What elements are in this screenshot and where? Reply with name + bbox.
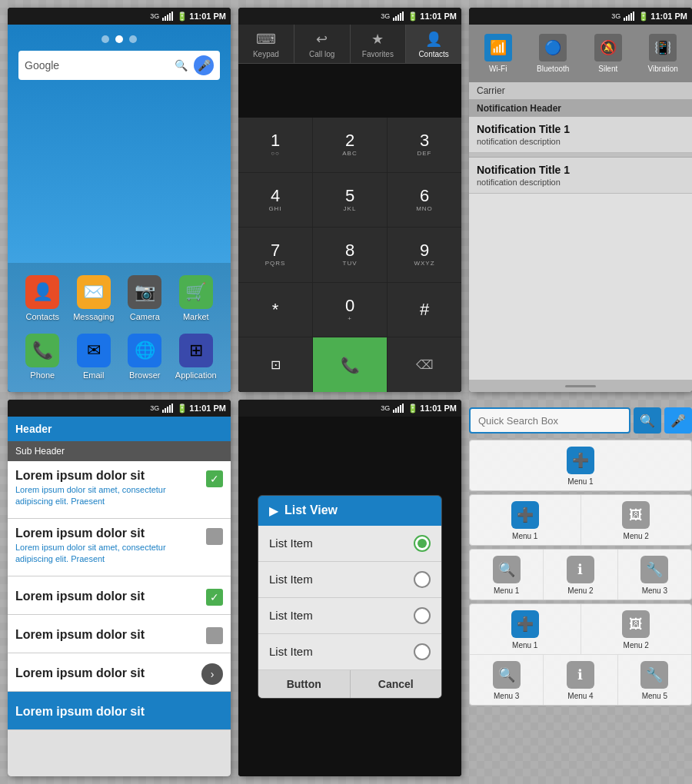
signal-bars-2 <box>393 12 404 21</box>
dialog-buttons: Button Cancel <box>258 670 441 698</box>
app-email[interactable]: ✉ Email <box>70 329 118 384</box>
key-3[interactable]: 3 DEF <box>388 118 461 172</box>
list-row-5[interactable]: Lorem ipsum dolor sit › <box>8 653 231 692</box>
status-bar-2: 3G 🔋 11:01 PM <box>238 8 461 25</box>
app-market[interactable]: 🛒 Market <box>172 271 221 326</box>
radio-4[interactable] <box>414 643 431 660</box>
arrow-button-5[interactable]: › <box>201 663 223 685</box>
notification-1[interactable]: Notification Title 1 notification descri… <box>469 117 692 153</box>
menu-4-1-icon: ➕ <box>511 610 539 638</box>
key-8[interactable]: 8 TUV <box>313 228 387 282</box>
list-row-2[interactable]: Lorem ipsum dolor sit Lorem ipsum dolor … <box>8 519 231 576</box>
menu-item-3-1[interactable]: 🔍 Menu 1 <box>470 550 544 600</box>
menu-item-3-2[interactable]: ℹ Menu 2 <box>544 550 617 600</box>
signal-icons-1: 3G 🔋 11:01 PM <box>150 12 226 22</box>
dialog-cancel-button[interactable]: Cancel <box>351 670 442 698</box>
tab-contacts[interactable]: 👤 Contacts <box>406 25 461 63</box>
wifi-label: Wi-Fi <box>489 65 507 73</box>
menu-item-4-2[interactable]: 🖼 Menu 2 <box>581 604 692 654</box>
qs-silent[interactable]: 🔕 Silent <box>582 31 634 76</box>
tab-keypad[interactable]: ⌨ Keypad <box>238 25 294 63</box>
key-voicemail[interactable]: ⊡ <box>238 337 312 392</box>
menu-item-3-3[interactable]: 🔧 Menu 3 <box>618 550 691 600</box>
key-hash[interactable]: # <box>388 283 461 337</box>
app-phone[interactable]: 📞 Phone <box>18 329 67 384</box>
list-item-title-3: Lorem ipsum dolor sit <box>15 590 200 603</box>
key-7[interactable]: 7 PQRS <box>238 228 312 282</box>
list-row-4[interactable]: Lorem ipsum dolor sit <box>8 615 231 653</box>
menu-section-4: ➕ Menu 1 🖼 Menu 2 🔍 Menu 3 ℹ Menu 4 🔧 Me… <box>469 603 692 706</box>
dialog-item-4[interactable]: List Item <box>258 634 441 670</box>
browser-label: Browser <box>129 370 160 380</box>
key-0[interactable]: 0 + <box>313 283 387 337</box>
menu-3-3-icon: 🔧 <box>640 556 668 583</box>
menu-4-5-label: Menu 5 <box>642 692 667 700</box>
list-row-3[interactable]: Lorem ipsum dolor sit ✓ <box>8 576 231 615</box>
key-star[interactable]: * <box>238 283 312 337</box>
tab-calllog[interactable]: ↩ Call log <box>294 25 351 63</box>
dialog-item-1[interactable]: List Item <box>258 526 441 562</box>
network-4: 3G <box>150 404 159 412</box>
tab-favorites[interactable]: ★ Favorites <box>351 25 407 63</box>
battery-icon-1: 🔋 <box>177 12 188 22</box>
messaging-label: Messaging <box>73 312 114 321</box>
menu-item-1-1[interactable]: ➕ Menu 1 <box>470 440 691 490</box>
qs-vibration[interactable]: 📳 Vibration <box>637 31 690 76</box>
battery-3: 🔋 <box>638 12 649 22</box>
notif-empty-space <box>469 194 692 380</box>
mic-icon[interactable]: 🎤 <box>194 55 214 75</box>
google-search-bar[interactable]: Google 🔍 🎤 <box>18 51 220 80</box>
search-widget-mic-button[interactable]: 🎤 <box>664 407 692 434</box>
phone-label: Phone <box>30 370 55 380</box>
dialog-item-2[interactable]: List Item <box>258 562 441 598</box>
search-widget-button[interactable]: 🔍 <box>634 407 661 434</box>
menu-item-2-2[interactable]: 🖼 Menu 2 <box>581 495 692 545</box>
list-row-6[interactable]: Lorem ipsum dolor sit <box>8 692 231 730</box>
app-messaging[interactable]: ✉️ Messaging <box>70 271 118 326</box>
key-1[interactable]: 1 ○○ <box>238 118 312 172</box>
application-label: Application <box>175 370 217 380</box>
notification-2[interactable]: Notification Title 1 notification descri… <box>469 158 692 194</box>
quick-search-input[interactable] <box>469 407 630 434</box>
radio-3[interactable] <box>414 607 431 624</box>
menu-item-4-4[interactable]: ℹ Menu 4 <box>544 655 617 705</box>
app-camera[interactable]: 📷 Camera <box>121 271 169 326</box>
dialog-ok-button[interactable]: Button <box>258 670 351 698</box>
menu-2-1-icon: ➕ <box>511 501 539 529</box>
dot-2[interactable] <box>115 35 123 43</box>
radio-1[interactable] <box>414 535 431 552</box>
drag-handle[interactable] <box>469 380 692 392</box>
qs-bluetooth[interactable]: 🔵 Bluetooth <box>527 31 580 76</box>
checkbox-3[interactable]: ✓ <box>206 589 223 606</box>
dot-1[interactable] <box>101 35 109 43</box>
key-9[interactable]: 9 WXYZ <box>388 228 461 282</box>
vibration-label: Vibration <box>648 65 678 73</box>
menu-item-4-3[interactable]: 🔍 Menu 3 <box>470 655 544 705</box>
search-icon[interactable]: 🔍 <box>172 57 189 74</box>
dialog-header: ▶ List View <box>258 496 441 526</box>
qs-wifi[interactable]: 📶 Wi-Fi <box>472 31 524 76</box>
list-row-1[interactable]: Lorem ipsum dolor sit Lorem ipsum dolor … <box>8 461 231 519</box>
dot-3[interactable] <box>129 35 137 43</box>
app-contacts[interactable]: 👤 Contacts <box>18 271 67 326</box>
app-application[interactable]: ⊞ Application <box>172 329 221 384</box>
key-delete[interactable]: ⌫ <box>388 337 461 392</box>
dialog-item-3[interactable]: List Item <box>258 598 441 634</box>
key-2[interactable]: 2 ABC <box>313 118 387 172</box>
radio-2[interactable] <box>414 571 431 588</box>
checkbox-4[interactable] <box>206 627 223 644</box>
checkbox-2[interactable] <box>206 528 223 545</box>
checkbox-1[interactable]: ✓ <box>206 470 223 487</box>
home-screen: Google 🔍 🎤 👤 Contacts ✉️ Messaging 📷 Cam… <box>8 25 231 392</box>
key-6[interactable]: 6 MNO <box>388 173 461 228</box>
menu-item-4-5[interactable]: 🔧 Menu 5 <box>618 655 691 705</box>
menu-1-icon: ➕ <box>567 447 594 474</box>
home-wallpaper <box>8 91 231 263</box>
app-browser[interactable]: 🌐 Browser <box>121 329 169 384</box>
key-4[interactable]: 4 GHI <box>238 173 312 228</box>
key-5[interactable]: 5 JKL <box>313 173 387 228</box>
menu-item-4-1[interactable]: ➕ Menu 1 <box>470 604 581 654</box>
menu-item-2-1[interactable]: ➕ Menu 1 <box>470 495 581 545</box>
d5-bar3 <box>398 407 399 413</box>
key-call[interactable]: 📞 <box>313 337 387 392</box>
